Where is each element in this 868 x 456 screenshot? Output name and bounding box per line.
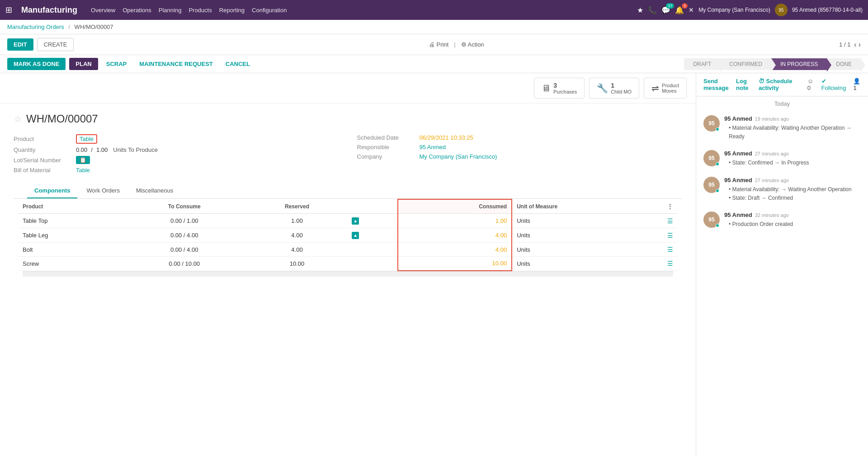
avatar-3: 95	[703, 177, 720, 193]
chat-author-2: 95 Anmed	[724, 150, 752, 157]
nav-operations[interactable]: Operations	[123, 7, 151, 14]
nav-products[interactable]: Products	[189, 7, 212, 14]
chat-time-2: 27 minutes ago	[755, 151, 789, 156]
check-icon: ✔	[821, 78, 826, 85]
product-label: Product	[14, 136, 72, 142]
responsible-value[interactable]: 95 Anmed	[420, 144, 446, 150]
purchases-label: Purchases	[553, 89, 577, 94]
print-button[interactable]: 🖨 Print	[429, 41, 448, 48]
toolbar: EDIT CREATE 🖨 Print | ⚙ Action 1 / 1 ‹ ›	[0, 34, 868, 55]
main-layout: 🖥 3 Purchases 🔧 1 Child MO ⇌ ProductMove…	[0, 73, 868, 456]
chat-time-1: 19 minutes ago	[755, 116, 789, 122]
status-in-progress[interactable]: IN PROGRESS	[771, 58, 827, 70]
row-action[interactable]: ☰	[663, 257, 678, 271]
child-mo-label: Child MO	[611, 89, 632, 94]
pagination-arrows: ‹ ›	[854, 41, 861, 49]
chat-content-2: 95 Anmed 27 minutes ago • State: Confirm…	[724, 150, 861, 167]
upload-icon-cell[interactable]: ▲	[347, 214, 397, 228]
row-action[interactable]: ☰	[663, 214, 678, 228]
product-moves-button[interactable]: ⇌ ProductMoves	[644, 78, 687, 99]
product-cell: Table Top	[18, 214, 122, 228]
notif-notification[interactable]: 🔔 5	[675, 6, 684, 14]
chat-time-3: 27 minutes ago	[755, 178, 789, 183]
cancel-button[interactable]: CANCEL	[221, 58, 255, 70]
chat-bullet-2: • State: Confirmed → In Progress	[729, 159, 861, 167]
components-table: Product To Consume Reserved Consumed Uni…	[18, 199, 678, 271]
company-value[interactable]: My Company (San Francisco)	[420, 153, 497, 160]
emoji-count: ☺ 0	[807, 78, 814, 91]
reserved-cell: 4.00	[247, 228, 348, 243]
table-scrollbar[interactable]	[23, 271, 673, 277]
smart-buttons: 🖥 3 Purchases 🔧 1 Child MO ⇌ ProductMove…	[0, 73, 696, 103]
smile-icon: ☺	[807, 78, 813, 85]
lot-row: Lot/Serial Number 📋	[14, 156, 339, 164]
quantity-row: Quantity 0.00 / 1.00 Units To Produce	[14, 146, 339, 153]
table-row: Bolt 0.00 / 4.00 4.00 4.00 Units ☰	[18, 243, 678, 257]
col-product: Product	[18, 199, 122, 214]
online-dot-3	[716, 189, 719, 193]
tab-miscellaneous[interactable]: Miscellaneous	[129, 183, 180, 198]
unit-cell: Units	[512, 214, 663, 228]
nav-overview[interactable]: Overview	[91, 7, 115, 14]
log-note-button[interactable]: Log note	[736, 78, 751, 91]
bom-label: Bill of Material	[14, 167, 72, 174]
avatar-1: 95	[703, 115, 720, 132]
chat-body-3: • Material Availability: → Waiting Anoth…	[724, 185, 861, 202]
maintenance-request-button[interactable]: MAINTENANCE REQUEST	[135, 58, 217, 70]
avatar[interactable]: 95	[775, 4, 788, 16]
star-icon[interactable]: ★	[637, 6, 643, 14]
nav-planning[interactable]: Planning	[159, 7, 182, 14]
consumed-cell: 1.00	[398, 214, 512, 228]
phone-icon[interactable]: 📞	[648, 6, 657, 14]
favorite-star[interactable]: ☆	[14, 113, 22, 124]
scrap-button[interactable]: SCRAP	[102, 58, 132, 70]
product-cell: Table Leg	[18, 228, 122, 243]
following-button[interactable]: ✔ Following	[821, 78, 846, 91]
mark-done-button[interactable]: MARK AS DONE	[7, 58, 66, 70]
edit-button[interactable]: EDIT	[7, 38, 33, 51]
chat-notification[interactable]: 💬 37	[661, 6, 670, 14]
upload-icon-cell[interactable]: ▲	[347, 228, 397, 243]
create-button[interactable]: CREATE	[37, 38, 74, 51]
chat-entry-3: 95 95 Anmed 27 minutes ago • Material Av…	[696, 172, 868, 207]
form-area: ☆ WH/MO/00007 Product Table Quantity 0.0…	[0, 103, 696, 286]
reserved-cell: 10.00	[247, 257, 348, 271]
consumed-cell: 4.00	[398, 243, 512, 257]
bom-value[interactable]: Table	[76, 167, 90, 174]
action-button[interactable]: ⚙ Action	[461, 41, 484, 48]
child-mo-button[interactable]: 🔧 1 Child MO	[589, 78, 639, 99]
unit-cell: Units	[512, 257, 663, 271]
status-draft[interactable]: DRAFT	[684, 58, 720, 70]
quantity-total: 1.00	[96, 146, 108, 153]
row-action[interactable]: ☰	[663, 243, 678, 257]
chat-entry-4: 95 95 Anmed 32 minutes ago • Production …	[696, 207, 868, 233]
schedule-activity-button[interactable]: ⏱ Schedule activity	[759, 78, 793, 91]
close-icon[interactable]: ✕	[689, 6, 694, 14]
nav-reporting[interactable]: Reporting	[219, 7, 245, 14]
next-arrow[interactable]: ›	[859, 41, 861, 49]
product-cell: Screw	[18, 257, 122, 271]
online-dot-4	[716, 224, 719, 227]
send-message-button[interactable]: Send message	[703, 78, 729, 91]
follower-count: 👤 1	[853, 78, 861, 91]
col-consumed: Consumed	[398, 199, 512, 214]
lot-button[interactable]: 📋	[76, 156, 90, 164]
chat-content-1: 95 Anmed 19 minutes ago • Material Avail…	[724, 115, 861, 141]
tab-components[interactable]: Components	[27, 183, 77, 198]
tab-work-orders[interactable]: Work Orders	[79, 183, 127, 198]
plan-button[interactable]: PLAN	[69, 58, 98, 70]
breadcrumb-parent[interactable]: Manufacturing Orders	[7, 24, 64, 30]
row-action[interactable]: ☰	[663, 228, 678, 243]
status-confirmed[interactable]: CONFIRMED	[720, 58, 771, 70]
grid-icon[interactable]: ⊞	[5, 5, 12, 15]
avatar-4: 95	[703, 212, 720, 228]
prev-arrow[interactable]: ‹	[854, 41, 856, 49]
nav-configuration[interactable]: Configuration	[252, 7, 287, 14]
chatter-actions: Send message Log note ⏱ Schedule activit…	[696, 73, 868, 96]
col-reserved: Reserved	[247, 199, 348, 214]
purchases-button[interactable]: 🖥 3 Purchases	[534, 78, 585, 99]
table-row: Table Leg 0.00 / 4.00 4.00 ▲ 4.00 Units …	[18, 228, 678, 243]
product-value[interactable]: Table	[76, 134, 97, 144]
status-done[interactable]: DONE	[827, 58, 861, 70]
chat-author-3: 95 Anmed	[724, 177, 752, 183]
